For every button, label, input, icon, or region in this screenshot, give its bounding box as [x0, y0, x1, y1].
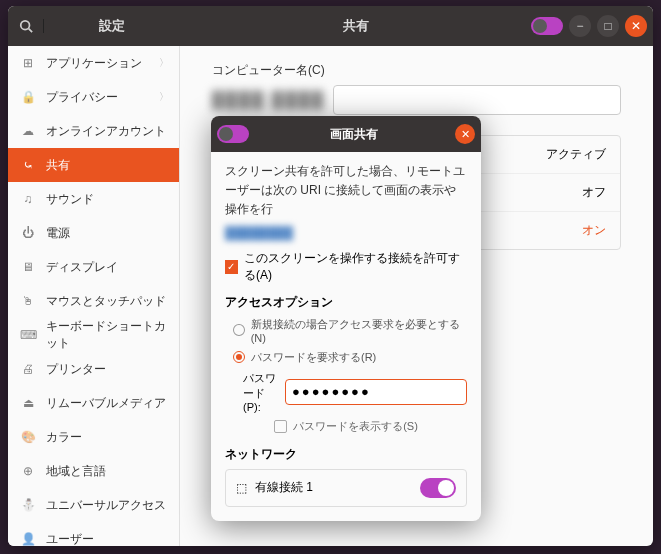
computer-name-label: コンピューター名(C) [212, 62, 621, 79]
sidebar-label: マウスとタッチパッド [46, 293, 169, 310]
dialog-description: スクリーン共有を許可した場合、リモートユーザーは次の URI に接続して画面の表… [225, 162, 467, 220]
radio-pw-label: パスワードを要求する(R) [251, 350, 376, 365]
sidebar-item-14[interactable]: 👤ユーザー [8, 522, 179, 546]
wired-label: 有線接続 1 [255, 479, 412, 496]
password-input[interactable] [285, 379, 467, 405]
sidebar-item-1[interactable]: 🔒プライバシー〉 [8, 80, 179, 114]
sidebar-label: キーボードショートカット [46, 318, 169, 352]
sidebar-icon: ♫ [18, 192, 38, 206]
sidebar-label: 地域と言語 [46, 463, 169, 480]
svg-line-1 [28, 29, 32, 33]
minimize-button[interactable]: − [569, 15, 591, 37]
sidebar-icon: 🎨 [18, 430, 38, 444]
allow-control-label: このスクリーンを操作する接続を許可する(A) [244, 250, 467, 284]
radio-require-password[interactable]: パスワードを要求する(R) [233, 350, 467, 365]
wired-toggle[interactable] [420, 478, 456, 498]
dialog-master-toggle[interactable] [217, 125, 249, 143]
allow-control-checkbox[interactable]: ✓ [225, 260, 238, 274]
radio-new-connection[interactable]: 新規接続の場合アクセス要求を必要とする(N) [233, 317, 467, 344]
sidebar-label: ディスプレイ [46, 259, 169, 276]
sidebar-item-13[interactable]: ⛄ユニバーサルアクセス [8, 488, 179, 522]
sidebar-icon: ☁ [18, 124, 38, 138]
show-password-row[interactable]: パスワードを表示する(S) [225, 419, 467, 434]
radio-new-icon [233, 324, 245, 336]
sidebar-item-7[interactable]: 🖱マウスとタッチパッド [8, 284, 179, 318]
network-row: ⬚ 有線接続 1 [225, 469, 467, 507]
sidebar-item-10[interactable]: ⏏リムーバブルメディア [8, 386, 179, 420]
search-button[interactable] [8, 19, 44, 33]
sidebar-label: 電源 [46, 225, 169, 242]
password-row: パスワード(P): [243, 371, 467, 413]
computer-name-row: ████ ████ [212, 85, 621, 115]
sharing-master-toggle[interactable] [531, 17, 563, 35]
password-label: パスワード(P): [243, 371, 279, 413]
sidebar-icon: ⛄ [18, 498, 38, 512]
allow-control-row[interactable]: ✓ このスクリーンを操作する接続を許可する(A) [225, 250, 467, 284]
page-title: 共有 [180, 6, 531, 46]
svg-point-0 [20, 21, 29, 30]
sidebar-icon: ⊕ [18, 464, 38, 478]
sidebar-label: 共有 [46, 157, 169, 174]
sidebar-label: カラー [46, 429, 169, 446]
dialog-blurred-uri: ████████ [225, 226, 467, 240]
dialog-header: 画面共有 ✕ [211, 116, 481, 152]
network-header: ネットワーク [225, 446, 467, 463]
screen-sharing-dialog: 画面共有 ✕ スクリーン共有を許可した場合、リモートユーザーは次の URI に接… [211, 116, 481, 521]
dialog-close-button[interactable]: ✕ [455, 124, 475, 144]
maximize-button[interactable]: □ [597, 15, 619, 37]
chevron-right-icon: 〉 [159, 90, 169, 104]
sidebar-label: サウンド [46, 191, 169, 208]
show-password-checkbox[interactable] [274, 420, 287, 433]
sidebar-item-3[interactable]: ⤿共有 [8, 148, 179, 182]
share-row-status: オフ [582, 184, 606, 201]
sidebar-icon: 👤 [18, 532, 38, 546]
sidebar-item-4[interactable]: ♫サウンド [8, 182, 179, 216]
sidebar-icon: ⌨ [18, 328, 38, 342]
sidebar-label: プリンター [46, 361, 169, 378]
sidebar-icon: 🖱 [18, 294, 38, 308]
computer-name-blurred: ████ ████ [212, 91, 325, 109]
show-password-label: パスワードを表示する(S) [293, 419, 418, 434]
access-options-header: アクセスオプション [225, 294, 467, 311]
sidebar-item-2[interactable]: ☁オンラインアカウント [8, 114, 179, 148]
header-left: 設定 [8, 6, 180, 46]
sidebar-label: ユーザー [46, 531, 169, 547]
close-button[interactable]: ✕ [625, 15, 647, 37]
sidebar: ⊞アプリケーション〉🔒プライバシー〉☁オンラインアカウント⤿共有♫サウンド⏻電源… [8, 46, 180, 546]
dialog-body: スクリーン共有を許可した場合、リモートユーザーは次の URI に接続して画面の表… [211, 152, 481, 521]
sidebar-icon: 🖨 [18, 362, 38, 376]
sidebar-item-11[interactable]: 🎨カラー [8, 420, 179, 454]
sidebar-label: アプリケーション [46, 55, 159, 72]
titlebar: 設定 共有 − □ ✕ [8, 6, 653, 46]
dialog-title: 画面共有 [253, 126, 455, 143]
sidebar-item-9[interactable]: 🖨プリンター [8, 352, 179, 386]
sidebar-label: ユニバーサルアクセス [46, 497, 169, 514]
sidebar-label: リムーバブルメディア [46, 395, 169, 412]
sidebar-icon: ⤿ [18, 158, 38, 172]
sidebar-icon: ⊞ [18, 56, 38, 70]
sidebar-item-12[interactable]: ⊕地域と言語 [8, 454, 179, 488]
share-row-status: アクティブ [546, 146, 606, 163]
sidebar-icon: ⏏ [18, 396, 38, 410]
settings-title: 設定 [44, 17, 180, 35]
sidebar-icon: 🖥 [18, 260, 38, 274]
sidebar-item-5[interactable]: ⏻電源 [8, 216, 179, 250]
radio-pw-icon [233, 351, 245, 363]
search-icon [19, 19, 33, 33]
sidebar-icon: 🔒 [18, 90, 38, 104]
sidebar-item-6[interactable]: 🖥ディスプレイ [8, 250, 179, 284]
sidebar-label: プライバシー [46, 89, 159, 106]
sidebar-icon: ⏻ [18, 226, 38, 240]
sidebar-label: オンラインアカウント [46, 123, 169, 140]
chevron-right-icon: 〉 [159, 56, 169, 70]
sidebar-item-8[interactable]: ⌨キーボードショートカット [8, 318, 179, 352]
sidebar-item-0[interactable]: ⊞アプリケーション〉 [8, 46, 179, 80]
computer-name-input[interactable] [333, 85, 621, 115]
radio-new-label: 新規接続の場合アクセス要求を必要とする(N) [251, 317, 467, 344]
wired-icon: ⬚ [236, 481, 247, 495]
share-row-status: オン [582, 222, 606, 239]
header-right: − □ ✕ [531, 6, 653, 46]
